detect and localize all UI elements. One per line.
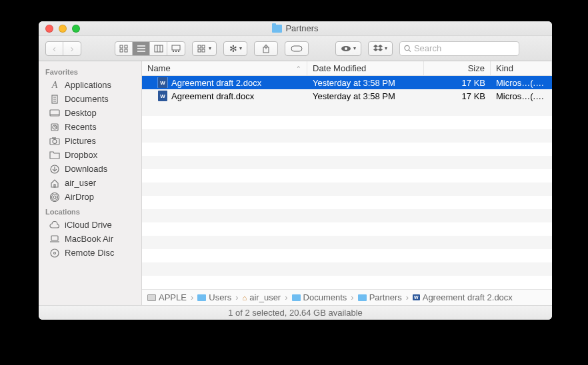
- svg-line-28: [409, 49, 411, 51]
- empty-row: [142, 209, 552, 222]
- sidebar-item-dropbox[interactable]: Dropbox: [39, 148, 141, 162]
- file-row[interactable]: Agreement draft 2.docxYesterday at 3:58 …: [142, 76, 552, 89]
- airuser-icon: [49, 179, 60, 188]
- minimize-button[interactable]: [59, 25, 67, 33]
- sidebar: Favorites AApplicationsDocumentsDesktopR…: [39, 61, 142, 305]
- tags-button[interactable]: [285, 41, 309, 56]
- empty-row: [142, 236, 552, 249]
- sidebar-item-airuser[interactable]: air_user: [39, 176, 141, 190]
- view-switcher: [115, 41, 185, 56]
- gallery-view-button[interactable]: [167, 42, 185, 55]
- path-separator: ›: [189, 292, 195, 302]
- empty-row: [142, 262, 552, 276]
- svg-point-51: [54, 252, 56, 254]
- dropbox-button[interactable]: ▾: [368, 41, 393, 56]
- sidebar-item-downloads[interactable]: Downloads: [39, 162, 141, 176]
- sidebar-item-icloud[interactable]: iCloud Drive: [39, 218, 141, 232]
- path-label: Agreement draft 2.docx: [423, 292, 513, 302]
- path-item[interactable]: Users: [197, 292, 231, 302]
- folder-icon: [272, 25, 282, 33]
- list-view-button[interactable]: [133, 42, 150, 55]
- title-text: Partners: [285, 23, 318, 33]
- sidebar-item-label: air_user: [65, 178, 96, 188]
- column-name[interactable]: Name⌃: [142, 61, 307, 75]
- svg-rect-3: [125, 49, 127, 52]
- sidebar-item-label: Remote Disc: [65, 248, 114, 258]
- empty-row: [142, 222, 552, 236]
- sidebar-item-label: Pictures: [65, 136, 96, 146]
- search-field[interactable]: [399, 41, 519, 56]
- sidebar-item-remote[interactable]: Remote Disc: [39, 246, 141, 260]
- svg-rect-10: [172, 45, 180, 50]
- sidebar-item-recents[interactable]: Recents: [39, 120, 141, 134]
- svg-rect-15: [202, 45, 205, 48]
- svg-point-45: [53, 196, 56, 198]
- svg-rect-1: [125, 45, 127, 48]
- sidebar-item-label: Recents: [65, 122, 97, 132]
- file-date: Yesterday at 3:58 PM: [307, 91, 424, 101]
- quicklook-button[interactable]: ▾: [335, 41, 361, 56]
- sidebar-item-label: MacBook Air: [65, 234, 113, 244]
- sidebar-item-label: Desktop: [65, 108, 97, 118]
- column-headers: Name⌃ Date Modified Size Kind: [142, 61, 552, 76]
- close-button[interactable]: [45, 25, 53, 33]
- arrange-button[interactable]: ▾: [192, 41, 217, 56]
- sidebar-item-label: Dropbox: [65, 150, 97, 160]
- svg-rect-33: [50, 110, 59, 116]
- sidebar-item-documents[interactable]: Documents: [39, 92, 141, 106]
- sidebar-header-locations: Locations: [39, 204, 141, 218]
- remote-icon: [49, 248, 60, 258]
- sidebar-item-airdrop[interactable]: AirDrop: [39, 190, 141, 204]
- svg-rect-48: [51, 236, 58, 240]
- file-kind: Micros…(.docx: [491, 91, 552, 101]
- column-size[interactable]: Size: [424, 61, 491, 75]
- sidebar-item-label: Downloads: [65, 164, 107, 174]
- path-item[interactable]: Partners: [358, 292, 402, 302]
- zoom-button[interactable]: [72, 25, 80, 33]
- sidebar-item-pictures[interactable]: Pictures: [39, 134, 141, 148]
- svg-rect-2: [120, 49, 123, 52]
- empty-row: [142, 129, 552, 143]
- empty-row: [142, 143, 552, 156]
- action-button[interactable]: ✻▾: [223, 41, 247, 56]
- sidebar-item-applications[interactable]: AApplications: [39, 78, 141, 92]
- svg-point-40: [53, 139, 57, 143]
- path-item[interactable]: ⌂air_user: [243, 292, 281, 302]
- file-size: 17 KB: [424, 78, 491, 88]
- file-list[interactable]: Agreement draft 2.docxYesterday at 3:58 …: [142, 76, 552, 289]
- recents-icon: [49, 123, 60, 132]
- column-kind[interactable]: Kind: [491, 61, 552, 75]
- empty-row: [142, 116, 552, 129]
- svg-marker-25: [373, 48, 378, 51]
- sidebar-header-favorites: Favorites: [39, 64, 141, 78]
- svg-rect-13: [178, 51, 179, 52]
- empty-row: [142, 169, 552, 182]
- path-label: air_user: [249, 292, 281, 302]
- svg-rect-14: [198, 45, 201, 48]
- svg-point-46: [52, 194, 58, 200]
- back-button[interactable]: ‹: [46, 42, 63, 55]
- path-item[interactable]: APPLE: [147, 292, 187, 302]
- icon-view-button[interactable]: [115, 42, 133, 55]
- column-date[interactable]: Date Modified: [307, 61, 424, 75]
- forward-button[interactable]: ›: [63, 42, 81, 55]
- svg-rect-0: [120, 45, 123, 48]
- path-bar: APPLE›Users›⌂air_user›Documents›Partners…: [142, 289, 552, 305]
- file-row[interactable]: Agreement draft.docxYesterday at 3:58 PM…: [142, 89, 552, 103]
- svg-rect-44: [54, 184, 55, 187]
- path-separator: ›: [349, 292, 355, 302]
- sidebar-item-desktop[interactable]: Desktop: [39, 106, 141, 120]
- svg-rect-17: [202, 49, 205, 52]
- file-size: 17 KB: [424, 91, 491, 101]
- path-item[interactable]: Documents: [292, 292, 347, 302]
- path-label: APPLE: [159, 292, 187, 302]
- window-title: Partners: [39, 23, 552, 33]
- search-input[interactable]: [414, 43, 515, 53]
- share-button[interactable]: [254, 41, 278, 56]
- sidebar-item-macbook[interactable]: MacBook Air: [39, 232, 141, 246]
- search-icon: [404, 45, 411, 53]
- svg-marker-24: [378, 45, 383, 48]
- column-view-button[interactable]: [150, 42, 167, 55]
- empty-row: [142, 249, 552, 262]
- path-item[interactable]: WAgreement draft 2.docx: [413, 292, 513, 302]
